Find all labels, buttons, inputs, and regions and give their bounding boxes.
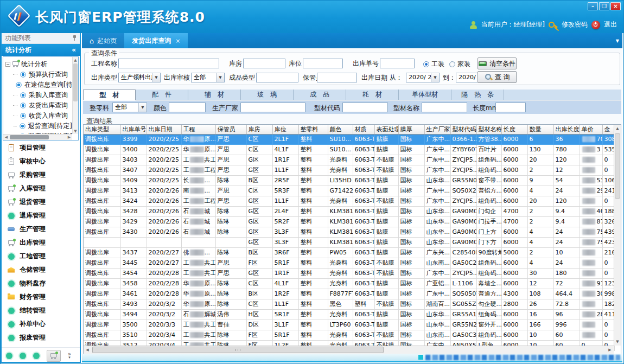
material-tab-4[interactable]: 成 品 [294,90,346,100]
tree-item-4[interactable]: 收货入库查询 [5,111,72,121]
column-header[interactable]: 出库类型 [84,125,120,134]
sidebar-item-7[interactable]: 出库管理 [2,236,80,250]
column-header[interactable]: 整零料 [298,125,328,134]
collapse-icon[interactable]: « [72,46,76,54]
tree-item-0[interactable]: 预算执行查询 [5,69,72,80]
material-tab-5[interactable]: 耗 材 [346,90,399,100]
column-header[interactable]: 生产厂家 [424,125,450,134]
column-header[interactable]: 膜厚 [398,125,424,134]
radio-home[interactable]: 家装 [449,60,470,69]
scroll-left-icon[interactable]: ◀ [84,346,91,354]
grid-vertical-scrollbar[interactable]: ▲ ▼ [614,125,621,346]
material-tab-3[interactable]: 玻 璃 [241,90,294,100]
logout-link[interactable]: 退出 [604,20,617,29]
table-row[interactable]: 调拨出库34582020/2/28华原...陈琳C区4L1F整料光身料6063-… [84,278,614,289]
table-row[interactable]: 调拨出库34542020/2/28工共工程严思G区1R1F整料光身料6063-T… [84,268,614,278]
sidebar-item-1[interactable]: 审核中心 [2,155,80,168]
column-header[interactable]: 库房 [246,125,272,134]
column-header[interactable]: 型材名称 [476,125,501,134]
sidebar-item-5[interactable]: 退库管理 [2,209,80,222]
color-input[interactable] [169,103,206,112]
cart-module-button[interactable] [47,350,61,362]
sidebar-item-2[interactable]: 采购管理 [2,168,80,182]
table-row[interactable]: G区3L3F整料KLM38176063-T5贴膜国标山东华...GA90M09.… [84,237,614,247]
tab-close-icon[interactable]: × [175,37,180,44]
grid-hscroll-thumb[interactable] [92,347,384,353]
material-tab-2[interactable]: 辅 材 [188,90,241,100]
table-row[interactable]: 调拨出库35002020/3/3工共工程曹佳D区3L1F整料LT3P606063… [84,320,614,330]
table-row[interactable]: 调拨出库34372020/2/27佛...陈琳B区3R6F整料PW056063-… [84,247,614,258]
table-row[interactable]: 调拨出库34282020/2/26石城陈琳G区2L4F整料KLM38176063… [84,206,614,216]
table-row[interactable]: 调拨出库34292020/2/26石城陈琳G区5R2F整料KLM38176063… [84,216,614,227]
scroll-right-icon[interactable]: ▶ [606,346,614,354]
profile-code-input[interactable] [342,103,388,112]
sidebar-item-11[interactable]: 财务管理 [2,290,80,304]
whole-part-select[interactable]: 全部 [112,103,147,112]
table-row[interactable]: 调拨出库34072020/2/25工工程严思G区1L1F整料光身料6063-T5… [84,165,614,175]
material-tab-1[interactable]: 配 件 [136,90,188,100]
date-from-select[interactable]: 2020/ 2/16 [406,73,440,82]
column-header[interactable]: 材质 [353,125,374,134]
sidebar-item-13[interactable]: 补单中心 [2,317,80,331]
sidebar-section-bar[interactable]: 统计分析 « [2,44,80,56]
table-row[interactable]: 调拨出库33992020/2/25华原...严思C区2L1F整料SU10...6… [84,134,614,144]
table-row[interactable]: 调拨出库34302020/2/26石城陈琳G区3L3F整料KLM38176063… [84,227,614,237]
audit-select[interactable]: 全部 [191,73,225,82]
length-input[interactable] [495,103,526,112]
tree-vertical-scrollbar[interactable]: ▲ ▼ [72,57,78,134]
tree-vscroll-thumb[interactable] [73,63,78,101]
tree-collapse-icon[interactable]: − [5,62,10,67]
order-no-input[interactable] [380,59,415,68]
column-header[interactable]: 金 [602,125,614,134]
column-header[interactable]: 出库单号 [120,125,147,134]
table-row[interactable]: 调拨出库34002020/2/25华原...严思C区4L1F整料SU10...6… [84,144,614,155]
product-type-input[interactable] [256,73,298,82]
column-header[interactable]: 长度 [501,125,527,134]
maximize-button[interactable]: ❐ [599,2,609,10]
out-type-select[interactable]: 生产领料出库 [118,73,161,82]
column-header[interactable]: 保管员 [215,125,246,134]
grid-horizontal-scrollbar[interactable]: ◀ ▶ [84,346,614,354]
overflow-chevron[interactable]: » ▾ [68,352,71,360]
material-tab-7[interactable]: 隔 热 条 [451,90,504,100]
sidebar-item-14[interactable]: 报废管理 [2,331,80,344]
tab-1[interactable]: 发货出库查询× [124,33,188,48]
table-row[interactable]: 调拨出库34092020/2/25长...陈琳B区2R5F整料LI35HD606… [84,175,614,186]
column-header[interactable]: 库位 [272,125,298,134]
tree-horizontal-scrollbar[interactable]: ◀ ▶ [3,134,72,140]
tabstrip-caret-icon[interactable]: ▼ [616,39,619,43]
table-row[interactable]: 调拨出库34942020/3/2石辉城汤伟H区5R1F整料光身料6063-T5贴… [84,309,614,320]
column-header[interactable]: 颜色 [328,125,353,134]
factory-input[interactable] [240,103,305,112]
sidebar-item-8[interactable]: 工地管理 [2,250,80,263]
table-row[interactable]: 调拨出库34932020/3/2华原...陈琳C区1L1F整料黑色塑料不贴膜国标… [84,299,614,309]
close-button[interactable]: × [610,2,621,10]
sidebar-item-9[interactable]: 仓储管理 [2,263,80,277]
grid-vscroll-thumb[interactable] [615,133,620,199]
table-row[interactable]: 调拨出库34452020/2/27工共工程严思F区5R1F整料光身料6063-T… [84,258,614,268]
table-row[interactable]: 调拨出库34242020/2/26工工程严思G区1L1F整料光身料6063-T5… [84,196,614,206]
change-password-link[interactable]: 修改密码 [562,20,588,29]
tree-item-5[interactable]: 退货查询[待定] [5,121,72,131]
material-tab-0[interactable]: 型 材 [83,90,136,100]
table-row[interactable]: 调拨出库34132020/2/26南...严思C区5R3F整料G71422606… [84,186,614,196]
tree-hscroll-thumb[interactable] [10,135,49,139]
module-dot-icon[interactable] [6,353,12,359]
radio-industrial[interactable]: 工装 [423,60,444,69]
tree-root-statistics[interactable]: −统计分析 [5,59,72,69]
table-row[interactable]: 调拨出库34612020/2/28华原...陈琳B区1R2F整料F8877FT6… [84,289,614,299]
sidebar-item-3[interactable]: 入库管理 [2,182,80,195]
tree-item-1[interactable]: 在途信息查询[待 [5,80,72,90]
material-tab-6[interactable]: 单体型材 [399,90,451,100]
sidebar-item-6[interactable]: 生产管理 [2,222,80,236]
tab-0[interactable]: 起始页 [82,33,124,48]
scroll-down-icon[interactable]: ▼ [73,128,78,134]
scroll-up-icon[interactable]: ▲ [614,125,621,132]
pin-icon[interactable] [73,35,77,41]
tree-item-3[interactable]: 发货出库查询 [5,100,72,111]
table-row[interactable]: 调拨出库34032020/2/25工共工程严思G区1R1F整料光身料6063-T… [84,155,614,165]
column-header[interactable]: 表面处理 [374,125,398,134]
sidebar-item-10[interactable]: 物料盘存 [2,277,80,290]
module-dot-icon[interactable] [20,353,26,359]
location-input[interactable] [303,59,343,68]
